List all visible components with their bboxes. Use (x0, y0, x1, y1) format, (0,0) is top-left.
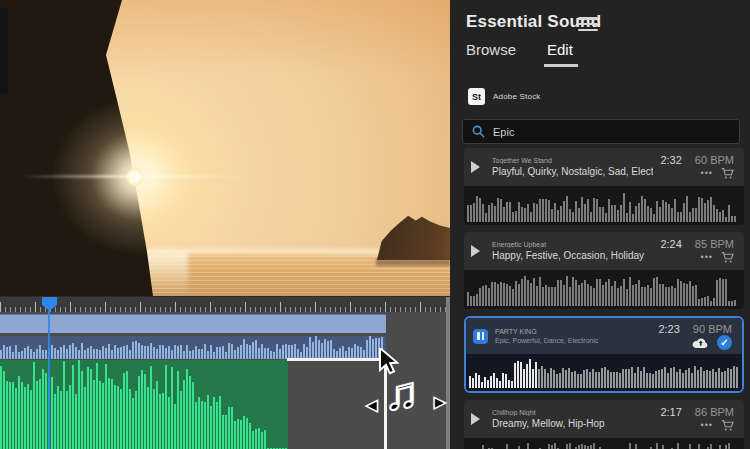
waveform-bar (676, 372, 678, 388)
waveform-bar (487, 380, 489, 388)
waveform-bar (532, 369, 534, 388)
waveform-bar (249, 423, 251, 449)
waveform-bar (84, 350, 86, 359)
waveform-bar (668, 287, 670, 306)
waveform-bar (611, 286, 613, 306)
waveform-bar (733, 366, 735, 388)
track-waveform[interactable] (464, 186, 744, 225)
trim-edge-right[interactable] (384, 358, 387, 449)
tab-edit[interactable]: Edit (547, 41, 573, 58)
track-waveform[interactable] (466, 354, 742, 391)
waveform-bar (566, 444, 568, 449)
waveform-bar (581, 283, 583, 306)
trim-edge-top (287, 358, 387, 361)
timeline-scrollbar[interactable] (446, 297, 450, 449)
more-options-icon[interactable]: ••• (701, 169, 713, 178)
waveform-bar (617, 288, 619, 306)
cloud-sync-icon[interactable] (692, 337, 709, 349)
waveform-bar (57, 350, 59, 359)
waveform-bar (623, 193, 625, 222)
waveform-bar (709, 371, 711, 388)
waveform-bar (652, 374, 654, 388)
waveform-bar (102, 383, 104, 449)
track-bpm: 85 BPM (695, 238, 734, 250)
waveform-bar (156, 349, 158, 359)
waveform-bar (375, 338, 377, 359)
waveform-bar (491, 282, 493, 306)
waveform-bar (0, 350, 2, 359)
search-input[interactable]: Epic (462, 119, 740, 144)
waveform-bar (647, 206, 649, 222)
waveform-bar (599, 207, 601, 222)
track-item[interactable]: Energetic Upbeat Happy, Festive, Occasio… (464, 232, 744, 309)
waveform-bar (662, 200, 664, 222)
waveform-bar (9, 346, 11, 359)
video-clip-audio-waveform[interactable] (0, 336, 386, 359)
waveform-bar (694, 366, 696, 388)
track-waveform[interactable] (464, 270, 744, 309)
waveform-bar (631, 367, 633, 388)
video-clip-header[interactable] (0, 314, 386, 333)
waveform-bar (662, 445, 664, 449)
waveform-bar (695, 285, 697, 306)
waveform-bar (667, 373, 669, 388)
play-button[interactable] (471, 413, 485, 425)
waveform-bar (629, 277, 631, 306)
waveform-bar (500, 199, 502, 222)
waveform-bar (524, 208, 526, 222)
waveform-bar (602, 207, 604, 222)
more-options-icon[interactable]: ••• (701, 421, 713, 430)
waveform-bar (605, 282, 607, 306)
waveform-bar (509, 202, 511, 222)
track-item[interactable]: Together We Stand Playful, Quirky, Nosta… (464, 148, 744, 225)
waveform-bar (69, 345, 71, 359)
waveform-bar (210, 345, 212, 359)
waveform-bar (96, 349, 98, 359)
add-to-cart-icon[interactable] (721, 251, 734, 264)
tab-browse[interactable]: Browse (466, 41, 516, 58)
waveform-bar (240, 345, 242, 359)
waveform-bar (664, 367, 666, 388)
waveform-bar (180, 345, 182, 359)
waveform-bar (692, 208, 694, 222)
waveform-bar (496, 378, 498, 388)
pause-button[interactable] (473, 329, 488, 344)
more-options-icon[interactable]: ••• (701, 253, 713, 262)
waveform-bar (36, 349, 38, 359)
waveform-bar (590, 286, 592, 306)
waveform-bar (514, 363, 516, 388)
waveform-bar (473, 296, 475, 306)
hamburger-icon[interactable] (578, 17, 598, 31)
audio-clip-waveform[interactable] (0, 360, 288, 449)
waveform-bar (671, 286, 673, 306)
track-item[interactable]: Chillhop Night Dreamy, Mellow, Hip-Hop 2… (464, 400, 744, 449)
track-duration: 2:32 (660, 154, 681, 166)
waveform-bar (722, 210, 724, 222)
waveform-bar (628, 369, 630, 388)
add-to-cart-icon[interactable] (721, 167, 734, 180)
waveform-bar (620, 205, 622, 222)
track-bpm: 60 BPM (695, 154, 734, 166)
waveform-bar (581, 197, 583, 222)
waveform-bar (246, 418, 248, 449)
waveform-bar (90, 369, 92, 449)
add-to-cart-icon[interactable] (721, 419, 734, 432)
track-item-selected[interactable]: PARTY KING Epic, Powerful, Dance, Electr… (464, 316, 744, 393)
timeline-ruler[interactable] (0, 297, 450, 312)
waveform-bar (186, 369, 188, 449)
track-waveform[interactable] (464, 438, 744, 449)
track-header: Energetic Upbeat Happy, Festive, Occasio… (464, 232, 744, 270)
waveform-bar (228, 343, 230, 359)
waveform-bar (60, 391, 62, 449)
play-button[interactable] (471, 245, 485, 257)
waveform-bar (698, 444, 700, 449)
waveform-bar (533, 278, 535, 306)
waveform-bar (210, 406, 212, 449)
waveform-bar (710, 197, 712, 222)
waveform-bar (518, 202, 520, 222)
waveform-bar (632, 285, 634, 306)
waveform-bar (653, 278, 655, 306)
waveform-bar (168, 346, 170, 359)
essential-sound-panel: Essential Sound Browse Edit St Adobe Sto… (450, 0, 750, 449)
play-button[interactable] (471, 161, 485, 173)
